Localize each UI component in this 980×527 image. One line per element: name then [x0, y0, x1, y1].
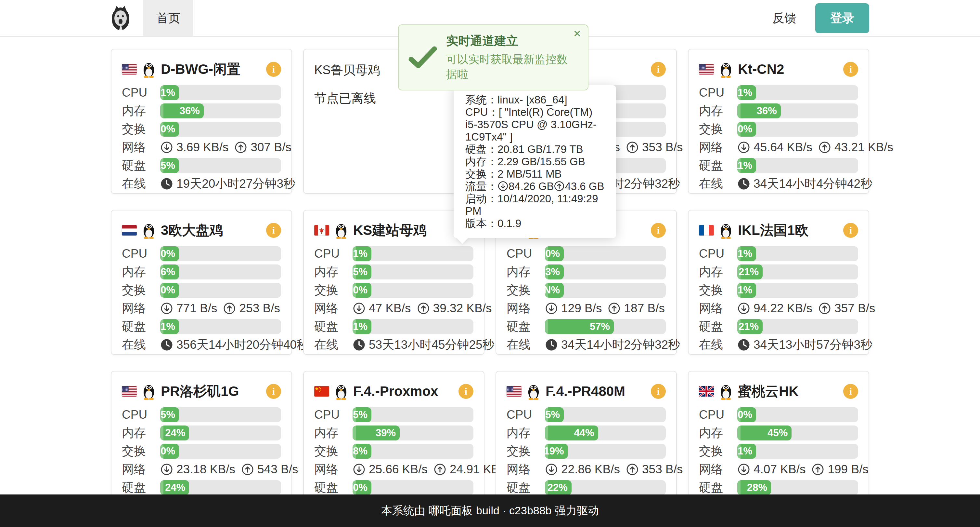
disk-progress-track: 21% — [737, 319, 858, 334]
stat-label-uptime: 在线 — [699, 337, 737, 353]
stat-row-memory: 内存 6% — [122, 265, 281, 279]
stat-row-network: 网络 47 KB/s 39.32 KB/s — [314, 301, 473, 316]
cpu-progress-fill: 0% — [545, 246, 564, 261]
info-icon[interactable]: i — [843, 384, 858, 399]
stat-row-disk: 硬盘 21% — [699, 319, 858, 334]
memory-percent-label: 3% — [545, 266, 564, 278]
flag-us-icon — [507, 386, 522, 396]
cpu-percent-label: 0% — [738, 409, 756, 421]
toast-realtime-channel: 实时通道建立 可以实时获取最新监控数据啦 ✕ — [398, 24, 589, 91]
stat-row-cpu: CPU 15% — [507, 407, 666, 422]
stat-label-uptime: 在线 — [314, 337, 353, 353]
stat-label-swap: 交换 — [314, 443, 353, 459]
network-down-value: 4.07 KB/s — [754, 463, 805, 476]
login-button[interactable]: 登录 — [815, 3, 869, 33]
stat-label-memory: 内存 — [507, 264, 545, 280]
stat-row-swap: 交换 0% — [699, 122, 858, 137]
cpu-progress-fill: 1% — [737, 246, 756, 261]
uptime-value: 34天14小时2分钟32秒 — [561, 337, 680, 353]
tooltip-row: 硬盘：20.81 GB/1.79 TB — [465, 143, 605, 155]
network-down-value: 94.22 KB/s — [754, 302, 812, 315]
info-icon[interactable]: i — [266, 223, 281, 238]
cpu-progress-fill: 0% — [160, 246, 179, 261]
uptime-value: 34天13小时57分钟3秒 — [754, 337, 872, 353]
disk-progress-track: 57% — [545, 319, 666, 334]
nav-tab-home[interactable]: 首页 — [143, 0, 193, 37]
footer: 本系统由 哪吒面板 build · c23b88b 强力驱动 — [0, 495, 980, 527]
info-icon[interactable]: i — [651, 223, 666, 238]
stat-row-swap: 交换 19% — [507, 444, 666, 459]
server-card: IKL法国1欧 i CPU 1% 内存 21% 交换 1% 网络 94.22 K… — [688, 210, 869, 355]
stat-label-uptime: 在线 — [122, 337, 160, 353]
disk-percent-label: 57% — [590, 321, 614, 332]
site-logo[interactable] — [111, 5, 130, 31]
network-up-value: 39.32 KB/s — [433, 302, 492, 315]
stat-row-memory: 内存 24% — [122, 425, 281, 441]
info-icon[interactable]: i — [843, 223, 858, 238]
cpu-percent-label: 5% — [353, 409, 371, 421]
memory-progress-fill: 39% — [353, 425, 400, 441]
memory-progress-fill: 3% — [545, 265, 564, 279]
swap-progress-track: 1% — [737, 283, 858, 298]
stat-label-network: 网络 — [314, 461, 353, 477]
toast-title: 实时通道建立 — [446, 33, 578, 49]
stat-row-uptime: 在线 356天14小时20分钟40秒 — [122, 337, 281, 352]
cpu-progress-track: 5% — [353, 407, 473, 422]
swap-progress-fill: 0% — [737, 122, 756, 137]
memory-percent-label: 45% — [767, 427, 792, 439]
stat-row-memory: 内存 36% — [699, 104, 858, 118]
info-icon[interactable]: i — [266, 384, 281, 399]
swap-progress-track: 0% — [353, 283, 473, 298]
flag-nl-icon — [122, 225, 137, 236]
stat-row-cpu: CPU 0% — [507, 246, 666, 261]
cpu-progress-track: 15% — [545, 407, 666, 422]
flag-us-icon — [699, 64, 714, 75]
network-speeds: 4.07 KB/s 199 B/s — [737, 463, 869, 476]
card-header: KS建站母鸡 i — [314, 221, 473, 240]
toast-close-icon[interactable]: ✕ — [573, 29, 581, 39]
stat-label-cpu: CPU — [699, 408, 737, 422]
tooltip-label: 流量： — [465, 180, 498, 192]
stat-label-disk: 硬盘 — [122, 157, 160, 174]
stat-label-uptime: 在线 — [122, 176, 160, 192]
stat-label-cpu: CPU — [314, 247, 353, 260]
network-speeds: 22.86 KB/s 353 B/s — [545, 463, 683, 476]
stat-row-cpu: CPU 0% — [699, 407, 858, 422]
nav-feedback-link[interactable]: 反馈 — [772, 10, 796, 26]
stat-label-swap: 交换 — [314, 282, 353, 298]
stat-row-swap: 交换 1% — [699, 283, 858, 298]
linux-tux-icon — [142, 383, 156, 400]
info-icon[interactable]: i — [266, 62, 281, 77]
stat-row-uptime: 在线 34天13小时57分钟3秒 — [699, 337, 858, 352]
stat-row-disk: 硬盘 11% — [699, 158, 858, 173]
memory-percent-label: 6% — [161, 266, 179, 278]
memory-progress-fill: 6% — [160, 265, 179, 279]
stat-row-cpu: CPU 5% — [122, 407, 281, 422]
info-icon[interactable]: i — [458, 384, 473, 399]
info-icon[interactable]: i — [651, 62, 666, 77]
stat-label-disk: 硬盘 — [699, 479, 737, 496]
stat-row-cpu: CPU 0% — [122, 246, 281, 261]
footer-panel-link[interactable]: 哪吒面板 — [429, 503, 473, 518]
server-info-tooltip: 系统：linux- [x86_64]CPU：[ "Intel(R) Core(T… — [453, 85, 616, 238]
memory-progress-fill: 21% — [737, 265, 763, 279]
network-speeds: 771 B/s 253 B/s — [160, 302, 280, 315]
disk-progress-track: 1% — [160, 319, 281, 334]
card-header: F.4.-PR480M i — [507, 382, 666, 401]
cpu-percent-label: 1% — [161, 87, 179, 99]
info-icon[interactable]: i — [843, 62, 858, 77]
cpu-percent-label: 1% — [353, 248, 371, 260]
network-speeds: 45.64 KB/s 43.21 KB/s — [737, 141, 893, 154]
network-up-value: 199 B/s — [827, 463, 868, 476]
stat-label-uptime: 在线 — [507, 337, 545, 353]
tooltip-value: linux- [x86_64] — [498, 94, 567, 106]
stat-row-network: 网络 45.64 KB/s 43.21 KB/s — [699, 140, 858, 155]
linux-tux-icon — [719, 222, 733, 239]
card-header: F.4.-Proxmox i — [314, 382, 473, 401]
info-icon[interactable]: i — [651, 384, 666, 399]
memory-percent-label: 24% — [165, 427, 189, 439]
cpu-progress-track: 1% — [737, 246, 858, 261]
stat-label-disk: 硬盘 — [122, 318, 160, 335]
disk-percent-label: 1% — [353, 321, 371, 332]
stat-row-swap: 交换 0% — [314, 283, 473, 298]
